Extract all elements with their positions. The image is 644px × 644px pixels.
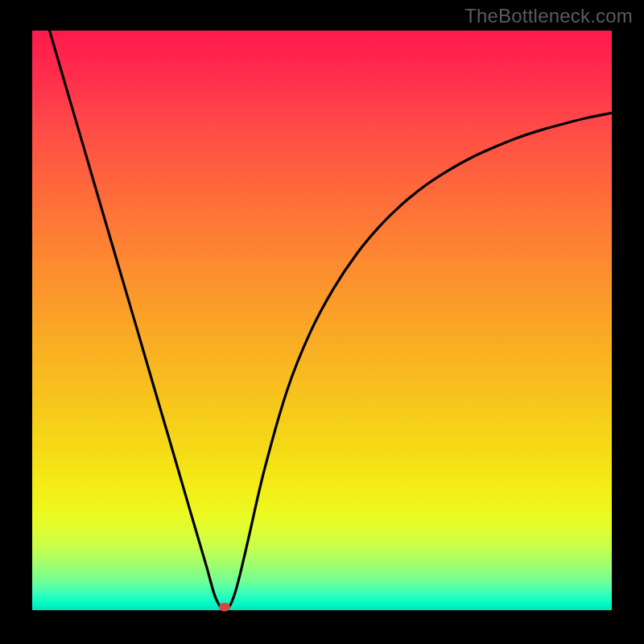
plot-area — [32, 31, 612, 610]
watermark-text: TheBottleneck.com — [464, 5, 633, 27]
bottleneck-curve — [32, 31, 612, 610]
optimal-point-marker — [219, 603, 230, 612]
chart-frame: TheBottleneck.com — [0, 0, 644, 644]
